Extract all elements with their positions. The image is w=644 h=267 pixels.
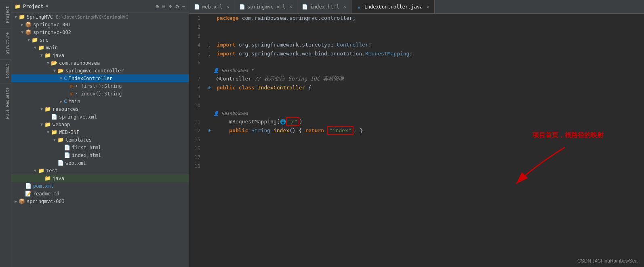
tree-item-test[interactable]: ▼ 📁 test [11, 167, 189, 174]
tree-item-java-test[interactable]: ▶ 📁 java [11, 174, 189, 182]
java-icon: ☕ [356, 4, 362, 10]
author-line-1: 👤 RainbowSea * [189, 67, 644, 74]
code-line-10: 10 [189, 101, 644, 110]
tree-item[interactable]: ▼ 📂 springmvc.controller [11, 67, 189, 74]
tab-label-index-html: index.html [310, 4, 339, 10]
tree-item-webinf[interactable]: ▼ 📁 WEB-INF [11, 128, 189, 136]
project-actions: ⊕ ≡ ÷ ⚙ − [156, 3, 185, 10]
tree-item-index-method[interactable]: ▶ m • index():String [11, 90, 189, 97]
line-num-15: 15 [189, 135, 205, 144]
file-tree: 📁 Project ▼ ⊕ ≡ ÷ ⚙ − ▼ 📁 SpringMVC E:\J… [11, 0, 189, 267]
code-content: 1 package com.rainbowsea.springmvc.contr… [189, 14, 644, 267]
line-code-4: import org.springframework.stereotype.Co… [213, 40, 644, 49]
tab-close-web-xml[interactable]: ✕ [227, 4, 229, 9]
folder-icon: 📁 [15, 4, 21, 9]
action-add[interactable]: ⊕ [156, 3, 159, 10]
main-container: 📁 Project ▼ ⊕ ≡ ÷ ⚙ − ▼ 📁 SpringMVC E:\J… [11, 0, 644, 267]
tree-item-first-method[interactable]: ▶ m • first():String [11, 82, 189, 90]
line-num-1: 1 [189, 14, 205, 23]
line-num-5: 5 [189, 49, 205, 58]
panel-project[interactable]: Project [0, 2, 11, 27]
tree-label-001: springmvc-001 [33, 22, 71, 28]
tab-bar: 📄 web.xml ✕ 📄 springmvc.xml ✕ 📄 index.ht… [189, 0, 644, 14]
line-gutter-5: ⌊ [205, 49, 213, 58]
tree-item[interactable]: ▼ 📁 java [11, 51, 189, 59]
tree-item[interactable]: ▼ 📁 main [11, 44, 189, 51]
line-code-11: @RequestMapping(🌐"/") [213, 117, 644, 126]
line-num-8: 8 [189, 83, 205, 92]
line-num-10: 10 [189, 101, 205, 110]
line-gutter-4: ⌊ [205, 40, 213, 49]
tree-item-templates[interactable]: ▼ 📁 templates [11, 136, 189, 144]
code-line-2: 2 [189, 23, 644, 32]
tab-close-indexcontroller[interactable]: ✕ [427, 4, 429, 9]
code-line-15: 15 [189, 135, 644, 144]
tree-item[interactable]: ▼ 📦 springmvc-002 [11, 28, 189, 36]
line-code-12: public String index() { return "index"; … [213, 126, 644, 135]
code-editor[interactable]: 项目首页，根路径的映射 CSDN @ChinaRainbowSea [189, 14, 644, 267]
vertical-side-panel: Project Structure Commit Pull Requests [0, 0, 11, 267]
code-line-11: 11 @RequestMapping(🌐"/") [189, 117, 644, 126]
author-line-2: 👤 RainbowSea [189, 110, 644, 117]
tree-item-pom[interactable]: ▶ 📄 pom.xml [11, 182, 189, 190]
author-1: RainbowSea * [221, 67, 253, 74]
tab-label-springmvc-xml: springmvc.xml [247, 4, 285, 10]
action-gear[interactable]: ⚙ [175, 3, 179, 10]
csdn-watermark: CSDN @ChinaRainbowSea [577, 258, 638, 264]
code-line-6: 6 [189, 58, 644, 67]
tree-item-index-html[interactable]: ▶ 📄 index.html [11, 151, 189, 159]
tree-item-first-html[interactable]: ▶ 📄 first.html [11, 144, 189, 151]
line-code-8: public class IndexController { [213, 83, 644, 92]
line-gutter-12: ⚙ [205, 126, 213, 135]
action-list[interactable]: ≡ [162, 3, 165, 10]
project-label: Project [23, 4, 44, 9]
tree-item-webapp[interactable]: ▼ 📁 webapp [11, 121, 189, 128]
line-num-6: 6 [189, 58, 205, 67]
code-line-16: 16 [189, 144, 644, 153]
line-num-7: 7 [189, 74, 205, 83]
line-code-1: package com.rainbowsea.springmvc.control… [213, 14, 644, 23]
tab-index-html[interactable]: 📄 index.html ✕ [297, 0, 351, 13]
line-gutter-8: ⚙ [205, 83, 213, 92]
author-2: RainbowSea [221, 110, 248, 117]
panel-structure[interactable]: Structure [0, 28, 11, 58]
line-num-4: 4 [189, 40, 205, 49]
tab-label-web-xml: web.xml [202, 4, 223, 10]
code-line-9: 9 [189, 92, 644, 101]
tree-item[interactable]: ▶ 📦 springmvc-001 [11, 21, 189, 28]
panel-commit[interactable]: Commit [0, 59, 11, 82]
tree-item-springmvc-xml[interactable]: ▶ 📄 springmvc.xml [11, 113, 189, 121]
project-dropdown-icon[interactable]: ▼ [46, 4, 48, 8]
code-line-3: 3 [189, 32, 644, 40]
code-line-4: 4 ⌊ import org.springframework.stereotyp… [189, 40, 644, 49]
tree-item[interactable]: ▼ 📂 com.rainbowsea [11, 59, 189, 67]
tree-item-main[interactable]: ▶ C Main [11, 97, 189, 105]
tab-indexcontroller-java[interactable]: ☕ IndexController.java ✕ [351, 0, 435, 13]
tree-item-web-xml[interactable]: ▶ 📄 web.xml [11, 159, 189, 167]
line-num-3: 3 [189, 32, 205, 40]
code-line-7: 7 @Controller // 表示交给 Spring IOC 容器管理 [189, 74, 644, 83]
tab-springmvc-xml[interactable]: 📄 springmvc.xml ✕ [234, 0, 297, 13]
line-num-18: 18 [189, 162, 205, 171]
tab-close-springmvc-xml[interactable]: ✕ [289, 4, 292, 9]
panel-pull-requests[interactable]: Pull Requests [0, 83, 11, 123]
tree-item-resources[interactable]: ▼ 📁 resources [11, 105, 189, 113]
code-line-5: 5 ⌊ import org.springframework.web.bind.… [189, 49, 644, 58]
tab-web-xml[interactable]: 📄 web.xml ✕ [189, 0, 234, 13]
code-line-18: 18 [189, 162, 644, 171]
xml-icon: 📄 [194, 4, 200, 10]
code-line-1: 1 package com.rainbowsea.springmvc.contr… [189, 14, 644, 23]
line-num-12: 12 [189, 126, 205, 135]
xml-icon-2: 📄 [239, 4, 245, 10]
tab-label-indexcontroller: IndexController.java [364, 4, 423, 10]
tree-item[interactable]: ▼ 📁 src [11, 36, 189, 44]
tree-item[interactable]: ▼ 📁 SpringMVC E:\Java\SpringMVC\SpringMV… [11, 13, 189, 21]
code-line-8: 8 ⚙ public class IndexController { [189, 83, 644, 92]
action-split[interactable]: ÷ [169, 3, 172, 10]
tree-item-indexcontroller[interactable]: ▼ C IndexController [11, 74, 189, 82]
tree-item-readme[interactable]: ▶ 📝 readme.md [11, 190, 189, 197]
line-code-5: import org.springframework.web.bind.anno… [213, 49, 644, 58]
tab-close-index-html[interactable]: ✕ [343, 4, 346, 9]
action-minimize[interactable]: − [182, 3, 185, 10]
tree-item-003[interactable]: ▶ 📦 springmvc-003 [11, 197, 189, 205]
